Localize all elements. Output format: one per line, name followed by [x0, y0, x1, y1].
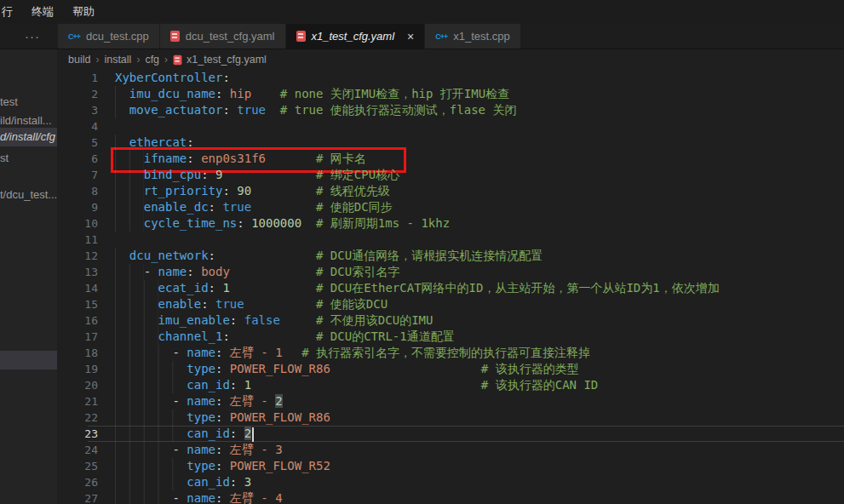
- comment: # none 关闭IMU检查，hip 打开IMU检查: [280, 86, 509, 102]
- line-number: 15: [57, 296, 98, 312]
- code-line-text: - name: 左臂 - 2: [115, 393, 844, 410]
- line-number: 19: [57, 361, 98, 377]
- code-line-5[interactable]: 5ethercat:: [57, 135, 844, 151]
- tab-dcu_test_cfg.yaml[interactable]: dcu_test_cfg.yaml: [160, 24, 285, 49]
- token: :: [187, 265, 193, 278]
- code-line-1[interactable]: 1XyberController:: [57, 70, 844, 86]
- token: name: [187, 443, 215, 456]
- indent-guides: [115, 490, 172, 504]
- code-line-text: cycle_time_ns: 1000000# 刷新周期1ms - 1khz: [115, 215, 844, 232]
- token: 3: [237, 475, 251, 489]
- code-line-text: can_id: 2: [115, 426, 844, 442]
- tab-label: dcu_test.cpp: [86, 30, 149, 43]
- tab-label: x1_test_cfg.yaml: [312, 30, 395, 43]
- code-line-6[interactable]: 6ifname: enp0s31f6# 网卡名: [57, 151, 844, 167]
- indent-guides: [115, 393, 172, 410]
- code-line-20[interactable]: 20can_id: 1# 该执行器的CAN ID: [57, 377, 844, 393]
- comment: # DCU在EtherCAT网络中的ID，从主站开始，第一个从站ID为1，依次增…: [316, 280, 720, 296]
- code-line-8[interactable]: 8rt_priority: 90# 线程优先级: [57, 183, 844, 199]
- sidebar-item-d/install/cfg[interactable]: d/install/cfg: [0, 128, 57, 146]
- cpp-file-icon: C++: [68, 32, 80, 41]
- token: :: [222, 71, 229, 84]
- menu-item-终端[interactable]: 终端: [32, 4, 54, 20]
- line-number: 7: [57, 167, 98, 183]
- line-number: 17: [57, 329, 98, 345]
- line-number: 14: [57, 280, 98, 296]
- tab-x1_test_cfg.yaml[interactable]: x1_test_cfg.yaml×: [286, 24, 425, 49]
- occurrence-highlight: 2: [244, 427, 251, 440]
- code-line-25[interactable]: 25type: POWER_FLOW_R52: [57, 458, 844, 474]
- comment: # 该执行器的类型: [481, 361, 579, 377]
- code-line-22[interactable]: 22type: POWER_FLOW_R86: [57, 410, 844, 426]
- code-line-9[interactable]: 9enable_dc: true# 使能DC同步: [57, 199, 844, 215]
- token: enable_dc: [144, 200, 209, 214]
- token: imu_enable: [158, 313, 230, 327]
- comment: # DCU的CTRL-1通道配置: [316, 329, 455, 345]
- indent-guides: [115, 426, 187, 442]
- code-line-19[interactable]: 19type: POWER_FLOW_R86# 该执行器的类型: [57, 361, 844, 377]
- tab-x1_test.cpp[interactable]: C++x1_test.cpp: [425, 24, 520, 49]
- breadcrumb-segment-install[interactable]: install: [104, 54, 131, 66]
- code-line-24[interactable]: 24- name: 左臂 - 3: [57, 442, 844, 458]
- comment: # 该执行器的CAN ID: [481, 377, 598, 393]
- code-line-23[interactable]: 23can_id: 2: [57, 426, 844, 442]
- sidebar-item-st[interactable]: st: [0, 149, 57, 168]
- tab-bar: ··· C++dcu_test.cppdcu_test_cfg.yamlx1_t…: [0, 24, 844, 49]
- code-line-17[interactable]: 17channel_1:# DCU的CTRL-1通道配置: [57, 329, 844, 345]
- sidebar-item-row-5[interactable]: [0, 351, 57, 369]
- code-line-2[interactable]: 2imu_dcu_name: hip# none 关闭IMU检查，hip 打开I…: [57, 86, 844, 102]
- sidebar-item-t/dcu_test...[interactable]: t/dcu_test...: [0, 186, 57, 204]
- menu-item-帮助[interactable]: 帮助: [72, 4, 95, 20]
- code-line-14[interactable]: 14ecat_id: 1# DCU在EtherCAT网络中的ID，从主站开始，第…: [57, 280, 844, 296]
- token: 9: [209, 168, 223, 181]
- chevron-right-icon: ›: [136, 54, 140, 66]
- code-line-11[interactable]: 11: [57, 232, 844, 248]
- code-line-13[interactable]: 13- name: body# DCU索引名字: [57, 264, 844, 280]
- code-line-text: XyberController:: [115, 70, 844, 86]
- code-line-15[interactable]: 15enable: true# 使能该DCU: [57, 296, 844, 312]
- code-line-3[interactable]: 3move_actuator: true# true 使能执行器运动测试，fla…: [57, 102, 844, 118]
- token: :: [187, 135, 193, 149]
- indent-guides: [115, 458, 187, 474]
- text-cursor: [252, 427, 254, 442]
- token: type: [187, 459, 215, 472]
- code-line-10[interactable]: 10cycle_time_ns: 1000000# 刷新周期1ms - 1khz: [57, 215, 844, 232]
- token: POWER_FLOW_R86: [222, 362, 330, 375]
- code-line-12[interactable]: 12dcu_network:# DCU通信网络，请根据实机连接情况配置: [57, 248, 844, 264]
- code-line-18[interactable]: 18- name: 左臂 - 1# 执行器索引名字，不需要控制的执行器可直接注释…: [57, 345, 844, 361]
- token: POWER_FLOW_R52: [222, 459, 330, 472]
- indent-guides: [115, 86, 129, 102]
- code-line-26[interactable]: 26can_id: 3: [57, 474, 844, 490]
- code-editor[interactable]: 1XyberController:2imu_dcu_name: hip# non…: [57, 70, 844, 504]
- indent-guides: [115, 329, 158, 345]
- close-icon[interactable]: ×: [407, 31, 414, 43]
- code-line-text: [115, 118, 844, 135]
- breadcrumb-segment-cfg[interactable]: cfg: [145, 54, 159, 66]
- token: :: [222, 184, 229, 198]
- token: enp0s31f6: [194, 152, 266, 165]
- line-number: 2: [57, 86, 98, 102]
- token: 1000000: [244, 216, 301, 230]
- breadcrumb-file[interactable]: x1_test_cfg.yaml: [173, 54, 267, 66]
- sidebar-item-test[interactable]: test: [0, 93, 57, 112]
- tab-dcu_test.cpp[interactable]: C++dcu_test.cpp: [58, 24, 159, 49]
- code-line-16[interactable]: 16imu_enable: false# 不使用该DCU的IMU: [57, 312, 844, 329]
- comment: # 不使用该DCU的IMU: [316, 312, 433, 329]
- token: type: [187, 410, 215, 424]
- more-actions-icon[interactable]: ···: [15, 24, 49, 49]
- menu-item-行[interactable]: 行: [2, 4, 13, 20]
- token: name: [187, 394, 215, 408]
- token: :: [209, 281, 215, 295]
- token: imu_dcu_name: [129, 87, 215, 100]
- code-line-21[interactable]: 21- name: 左臂 - 2: [57, 393, 844, 410]
- code-line-7[interactable]: 7bind_cpu: 9# 绑定CPU核心: [57, 167, 844, 183]
- breadcrumb-segment-build[interactable]: build: [68, 54, 90, 66]
- code-line-text: - name: 左臂 - 1# 执行器索引名字，不需要控制的执行器可直接注释掉: [115, 345, 844, 361]
- token: :: [201, 297, 208, 311]
- line-number: 16: [57, 312, 98, 329]
- code-line-27[interactable]: 27- name: 左臂 - 4: [57, 490, 844, 504]
- token: -: [172, 394, 187, 408]
- line-number: 5: [57, 135, 98, 151]
- code-line-4[interactable]: 4: [57, 118, 844, 135]
- token: [237, 427, 244, 440]
